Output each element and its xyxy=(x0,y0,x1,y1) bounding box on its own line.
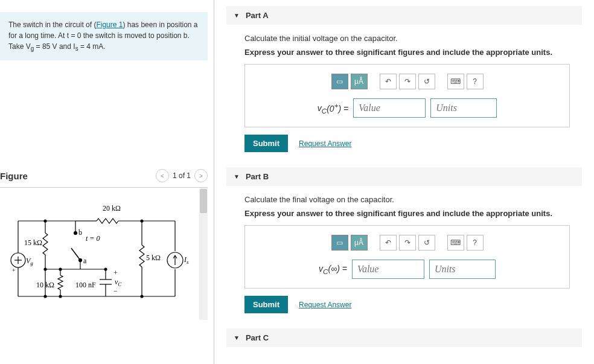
part-a-body: Calculate the initial voltage on the cap… xyxy=(226,34,582,167)
part-a-label: vC(0+) = xyxy=(318,101,348,115)
redo-icon[interactable]: ↷ xyxy=(399,235,416,251)
part-a-answer-box: ▭ μÅ ↶ ↷ ↺ ⌨ ? vC(0+) = xyxy=(244,64,570,127)
r1-label: 20 kΩ xyxy=(103,204,121,212)
svg-point-18 xyxy=(74,232,77,235)
reset-icon[interactable]: ↺ xyxy=(418,74,435,89)
left-panel: The switch in the circuit of (Figure 1) … xyxy=(0,0,214,364)
r4-label: 10 kΩ xyxy=(36,281,54,289)
figure-area: 20 kΩ 15 kΩ 5 kΩ 10 kΩ 100 nF Vg Is vC +… xyxy=(0,187,208,320)
help-icon[interactable]: ? xyxy=(467,235,484,251)
caret-down-icon: ▼ xyxy=(234,173,240,180)
part-b-units-input[interactable] xyxy=(429,260,496,279)
scrollbar-thumb[interactable] xyxy=(200,189,207,213)
part-b-answer-row: vC(∞) = xyxy=(254,260,560,279)
svg-point-42 xyxy=(104,268,107,270)
part-b-title: Part B xyxy=(246,172,269,181)
keyboard-icon[interactable]: ⌨ xyxy=(447,74,464,89)
units-icon[interactable]: μÅ xyxy=(351,74,368,89)
figure-nav: < 1 of 1 > xyxy=(156,169,208,182)
keyboard-icon[interactable]: ⌨ xyxy=(447,235,464,251)
part-b-label: vC(∞) = xyxy=(319,264,347,275)
part-b-request-link[interactable]: Request Answer xyxy=(299,301,351,309)
part-a-buttons: Submit Request Answer xyxy=(244,135,570,152)
next-figure-button[interactable]: > xyxy=(194,169,208,182)
problem-text: = 85 V and I xyxy=(34,42,75,51)
caret-down-icon: ▼ xyxy=(234,12,240,19)
scrollbar[interactable] xyxy=(199,188,208,320)
part-a-answer-row: vC(0+) = xyxy=(254,98,560,118)
r3-label: 5 kΩ xyxy=(146,254,161,262)
redo-icon[interactable]: ↷ xyxy=(399,74,416,89)
part-b-question: Calculate the final voltage on the capac… xyxy=(244,195,570,204)
circuit-diagram: 20 kΩ 15 kΩ 5 kΩ 10 kΩ 100 nF Vg Is vC +… xyxy=(6,200,193,308)
vg-plus: + xyxy=(12,267,16,273)
caret-down-icon: ▼ xyxy=(234,334,240,341)
part-a-request-link[interactable]: Request Answer xyxy=(299,139,351,148)
figure-header: Figure < 1 of 1 > xyxy=(0,169,208,187)
figure-counter: 1 of 1 xyxy=(173,171,191,180)
part-b-instruction: Express your answer to three significant… xyxy=(244,209,570,218)
help-icon[interactable]: ? xyxy=(467,74,484,89)
part-b-submit-button[interactable]: Submit xyxy=(244,296,288,313)
part-a-title: Part A xyxy=(246,11,269,20)
part-a-toolbar: ▭ μÅ ↶ ↷ ↺ ⌨ ? xyxy=(254,74,560,89)
plus-label: + xyxy=(113,269,118,277)
reset-icon[interactable]: ↺ xyxy=(418,235,435,251)
part-b-header[interactable]: ▼ Part B xyxy=(226,167,582,186)
part-b-buttons: Submit Request Answer xyxy=(244,296,570,313)
svg-point-41 xyxy=(59,268,62,270)
part-a-submit-button[interactable]: Submit xyxy=(244,135,288,152)
part-b-toolbar: ▭ μÅ ↶ ↷ ↺ ⌨ ? xyxy=(254,235,560,251)
figure-title: Figure xyxy=(0,171,28,181)
part-b-answer-box: ▭ μÅ ↶ ↷ ↺ ⌨ ? vC(∞) = xyxy=(244,225,570,289)
part-a-value-input[interactable] xyxy=(353,98,426,118)
units-icon[interactable]: μÅ xyxy=(351,235,368,251)
svg-point-44 xyxy=(141,295,143,298)
svg-rect-6 xyxy=(6,200,193,308)
svg-point-39 xyxy=(44,220,46,222)
undo-icon[interactable]: ↶ xyxy=(380,74,397,89)
svg-point-43 xyxy=(141,220,143,222)
r2-label: 15 kΩ xyxy=(24,238,42,247)
problem-text: The switch in the circuit of ( xyxy=(8,21,96,29)
template-icon[interactable]: ▭ xyxy=(331,74,348,89)
svg-point-46 xyxy=(44,295,46,298)
switch-b-label: b xyxy=(78,228,82,237)
switch-a-label: a xyxy=(83,257,87,265)
svg-point-40 xyxy=(44,268,46,270)
c1-label: 100 nF xyxy=(75,281,96,289)
part-c-header[interactable]: ▼ Part C xyxy=(226,328,582,347)
part-b-body: Calculate the final voltage on the capac… xyxy=(226,195,582,328)
part-c-title: Part C xyxy=(246,333,269,342)
undo-icon[interactable]: ↶ xyxy=(380,235,397,251)
prev-figure-button[interactable]: < xyxy=(156,169,169,182)
minus-label: − xyxy=(113,287,118,295)
part-a-header[interactable]: ▼ Part A xyxy=(226,6,582,25)
right-panel: ▼ Part A Calculate the initial voltage o… xyxy=(214,0,594,364)
template-icon[interactable]: ▭ xyxy=(331,235,348,251)
switch-t-label: t = 0 xyxy=(86,234,100,243)
svg-point-45 xyxy=(59,295,62,298)
figure-link[interactable]: Figure 1 xyxy=(96,21,123,29)
part-b-value-input[interactable] xyxy=(352,260,424,279)
problem-text: = 4 mA. xyxy=(78,42,106,51)
part-a-units-input[interactable] xyxy=(430,98,497,118)
problem-statement: The switch in the circuit of (Figure 1) … xyxy=(0,12,208,60)
part-a-instruction: Express your answer to three significant… xyxy=(244,48,570,57)
part-a-question: Calculate the initial voltage on the cap… xyxy=(244,34,570,43)
